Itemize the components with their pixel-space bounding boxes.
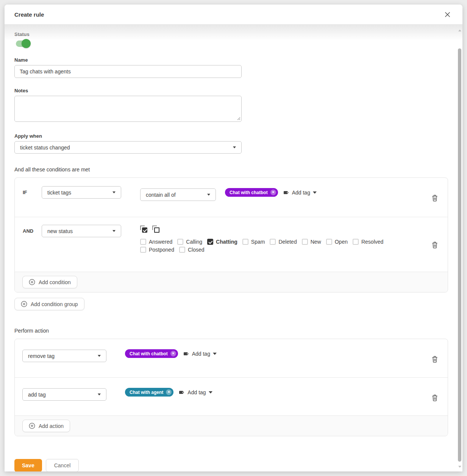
toggle-knob (22, 39, 31, 48)
checkbox-box (179, 247, 185, 253)
remove-tag-icon[interactable]: ✕ (166, 389, 172, 395)
trash-icon (431, 355, 439, 363)
checkbox-deleted[interactable]: Deleted (270, 239, 297, 245)
footer-buttons: Save Cancel (14, 459, 448, 471)
apply-when-label: Apply when (14, 133, 448, 139)
scrollbar-up-arrow-icon[interactable] (458, 30, 461, 31)
checkbox-closed[interactable]: Closed (179, 247, 205, 253)
tag-zone: Chat with chatbot ✕ Add tag (125, 347, 217, 358)
checkbox-chatting[interactable]: Chatting (207, 239, 237, 245)
action-type-select[interactable]: add tag (22, 388, 106, 401)
action-type-value: remove tag (28, 353, 55, 359)
tag-chip: Chat with agent ✕ (125, 388, 173, 397)
add-tag-label: Add tag (192, 351, 210, 357)
checkbox-label: Chatting (216, 239, 237, 245)
tag-zone: Chat with chatbot ✕ Add tag (225, 186, 317, 197)
add-tag-button[interactable]: Add tag (179, 389, 212, 395)
connector-and: AND (23, 225, 42, 234)
connector-if: IF (23, 186, 42, 195)
checkbox-open[interactable]: Open (326, 239, 348, 245)
save-button[interactable]: Save (14, 459, 42, 471)
scrollbar-down-arrow-icon[interactable] (458, 466, 461, 468)
chevron-down-icon (313, 191, 317, 194)
delete-condition-button[interactable] (431, 241, 439, 250)
tag-chip-label: Chat with chatbot (230, 190, 268, 195)
checkbox-label: Open (335, 239, 348, 245)
checkbox-box (353, 239, 359, 245)
trash-icon (431, 394, 439, 402)
condition-row-and: AND new status (15, 217, 448, 272)
notes-textarea[interactable] (14, 96, 242, 122)
apply-when-select[interactable]: ticket status changed (14, 141, 242, 154)
action-group-footer: Add action (15, 415, 448, 436)
tag-icon (183, 351, 189, 357)
delete-action-button[interactable] (431, 355, 439, 364)
add-tag-button[interactable]: Add tag (183, 351, 217, 357)
checkbox-postponed[interactable]: Postponed (140, 247, 174, 253)
action-row-add-tag: add tag Chat with agent ✕ Add tag (15, 377, 448, 415)
chevron-down-icon (233, 146, 236, 148)
add-tag-label: Add tag (187, 389, 206, 395)
add-tag-label: Add tag (292, 190, 310, 196)
checkbox-spam[interactable]: Spam (242, 239, 265, 245)
checkbox-answered[interactable]: Answered (140, 239, 172, 245)
add-condition-label: Add condition (39, 279, 71, 285)
delete-condition-button[interactable] (431, 194, 439, 203)
remove-tag-icon[interactable]: ✕ (170, 351, 176, 356)
add-action-button[interactable]: Add action (22, 420, 70, 432)
checkbox-box (177, 239, 183, 245)
apply-when-value: ticket status changed (20, 145, 70, 151)
checkbox-resolved[interactable]: Resolved (353, 239, 383, 245)
vertical-scrollbar[interactable] (458, 25, 462, 471)
action-type-value: add tag (28, 392, 46, 398)
action-type-select[interactable]: remove tag (22, 350, 106, 362)
add-condition-button[interactable]: Add condition (22, 276, 77, 288)
tag-chip-label: Chat with agent (130, 390, 163, 395)
chevron-down-icon (112, 191, 116, 193)
delete-action-button[interactable] (431, 394, 439, 403)
add-tag-button[interactable]: Add tag (283, 190, 317, 196)
action-row-remove-tag: remove tag Chat with chatbot ✕ Add tag (15, 339, 448, 377)
plus-circle-icon (29, 423, 35, 429)
checkbox-box (207, 239, 213, 245)
name-input[interactable] (14, 65, 242, 78)
tag-chip: Chat with chatbot ✕ (225, 188, 278, 197)
trash-icon (431, 194, 439, 202)
checkbox-box (242, 239, 248, 245)
notes-label: Notes (14, 88, 448, 93)
tag-icon (179, 389, 185, 395)
checkbox-label: New (311, 239, 321, 245)
condition-field-select[interactable]: new status (42, 225, 121, 237)
cancel-button[interactable]: Cancel (46, 459, 79, 471)
add-condition-group-button[interactable]: Add condition group (14, 298, 84, 310)
perform-action-heading: Perform action (14, 328, 448, 334)
modal-header: Create rule (5, 5, 462, 24)
checkbox-new[interactable]: New (302, 239, 321, 245)
checkbox-label: Closed (188, 247, 205, 253)
status-checkbox-block: Answered Calling Chatting Spam (140, 225, 413, 253)
scrollbar-thumb[interactable] (458, 48, 461, 462)
status-toggle[interactable] (16, 40, 30, 47)
tag-chip: Chat with chatbot ✕ (125, 349, 178, 358)
add-action-label: Add action (39, 423, 64, 429)
close-button[interactable] (442, 9, 453, 20)
condition-field-select[interactable]: ticket tags (42, 186, 121, 199)
checkbox-box (270, 239, 276, 245)
checkbox-label: Postponed (149, 247, 174, 253)
action-group: remove tag Chat with chatbot ✕ Add tag (14, 339, 448, 436)
remove-tag-icon[interactable]: ✕ (270, 190, 276, 195)
chevron-down-icon (209, 391, 212, 394)
condition-operator-select[interactable]: contain all of (140, 188, 216, 201)
tag-zone: Chat with agent ✕ Add tag (125, 386, 212, 397)
checkbox-calling[interactable]: Calling (177, 239, 202, 245)
checkbox-label: Resolved (361, 239, 383, 245)
close-icon (445, 12, 450, 17)
checkbox-label: Deleted (278, 239, 297, 245)
select-all-icon[interactable] (140, 226, 147, 233)
checkbox-box (140, 239, 146, 245)
status-label: Status (14, 31, 448, 37)
condition-field-value: ticket tags (47, 190, 71, 196)
chevron-down-icon (207, 194, 210, 196)
condition-group-footer: Add condition (15, 272, 448, 292)
copy-icon[interactable] (152, 226, 159, 233)
